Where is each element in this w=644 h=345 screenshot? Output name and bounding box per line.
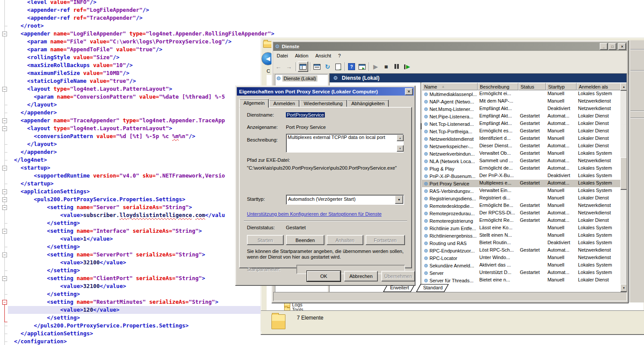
- service-gear-icon: ⚙: [424, 263, 428, 269]
- services-scrollbar[interactable]: ▲ ▼: [620, 83, 626, 292]
- service-row[interactable]: ⚙PnP-X-IP-Busenum...Der PnP-X-Bu...Deakt…: [422, 172, 620, 180]
- refresh-icon[interactable]: ↻: [323, 62, 332, 71]
- services-pane-header: ⚙ Dienste (Lokal): [330, 74, 626, 82]
- fold-toggle-icon[interactable]: −: [2, 197, 7, 202]
- service-row[interactable]: ⚙Net.Msmq-Listener...Empfängt Akt...Deak…: [422, 105, 620, 113]
- column-header-beschreibung[interactable]: Beschreibung: [478, 83, 518, 90]
- code-line: <rollingStyle value="Size"/>: [8, 53, 120, 61]
- splitter-handle[interactable]: [421, 123, 422, 129]
- service-row[interactable]: ⚙ServerUnterstützt D...GestartetAutomat.…: [422, 269, 620, 277]
- dialog-tab-anmelden[interactable]: Anmelden: [269, 100, 299, 107]
- services-titlebar[interactable]: ⚙ Dienste _ □ ✕: [273, 42, 627, 51]
- fold-toggle-icon[interactable]: −: [2, 126, 7, 131]
- column-header-starttyp[interactable]: Starttyp: [546, 83, 577, 90]
- service-gear-icon: ⚙: [424, 189, 428, 194]
- menu-item-datei[interactable]: Datei: [273, 52, 292, 59]
- service-gear-icon: ⚙: [424, 233, 428, 239]
- back-arrow-icon[interactable]: ←: [274, 62, 283, 71]
- service-row[interactable]: ⚙RAS-Verbindungsv...Verwaltet Ein...Manu…: [422, 187, 620, 195]
- service-row[interactable]: ⚙RemoteregistrierungErmöglicht Re...Gest…: [422, 217, 620, 224]
- service-row[interactable]: ⚙Sekundäre Anmeld...Aktiviert das ...Man…: [422, 262, 620, 269]
- column-header-status[interactable]: Status: [518, 83, 546, 90]
- dialog-close-button[interactable]: ✕: [405, 88, 413, 95]
- service-row[interactable]: ⚙Net.Tcp-Portfreiga...Ermöglicht es...Ge…: [422, 128, 620, 135]
- startoptions-help-link[interactable]: Unterstützung beim Konfigurieren der Sta…: [247, 211, 382, 217]
- taskpad-icon[interactable]: [357, 62, 367, 71]
- code-line: <param name="AppendToFile" value="true"/…: [8, 46, 162, 53]
- code-line: <level value="INFO"/>: [8, 0, 96, 6]
- fold-toggle-icon[interactable]: −: [2, 118, 7, 123]
- service-row[interactable]: ⚙Port Proxy ServiceMultiplexes e...Gesta…: [422, 180, 620, 187]
- anzeigename-value: Port Proxy Service: [286, 124, 326, 130]
- beschreibung-textbox[interactable]: Multiplexes external TCP/IP data on loca…: [286, 134, 404, 153]
- chevron-down-icon[interactable]: ▼: [395, 196, 403, 204]
- export-list-icon[interactable]: [333, 62, 343, 71]
- menu-item-ansicht[interactable]: Ansicht: [312, 52, 334, 59]
- scroll-up-icon[interactable]: ▲: [397, 135, 404, 141]
- column-header-anmeldenals[interactable]: Anmelden als: [577, 83, 621, 90]
- column-header-name[interactable]: Name▲: [422, 83, 478, 90]
- service-gear-icon: ⚙: [424, 129, 428, 135]
- service-row[interactable]: ⚙RPC-LocatorUnter Windo...ManuellNetzwer…: [422, 254, 620, 262]
- fold-toggle-icon[interactable]: −: [2, 166, 7, 171]
- code-line: <puls200.PortProxyService.Properties.Set…: [8, 196, 185, 203]
- menu-item-aktion[interactable]: Aktion: [292, 52, 312, 59]
- scrollbar-thumb[interactable]: [620, 157, 626, 190]
- service-row[interactable]: ⚙Remotedesktopdie...Ermöglicht Be...Gest…: [422, 202, 620, 210]
- fold-toggle-icon[interactable]: −: [2, 32, 7, 36]
- dienstname-value[interactable]: PortProxyService: [286, 112, 325, 117]
- help-icon[interactable]: ?: [347, 62, 356, 71]
- fold-end-tick: [4, 326, 7, 326]
- service-row[interactable]: ⚙Netzwerkverbindun...Verwaltet Ob...Gest…: [422, 150, 620, 157]
- dialog-tab-wiederherstellung[interactable]: Wiederherstellung: [299, 100, 347, 107]
- dialog-tab-allgemein[interactable]: Allgemein: [239, 99, 269, 108]
- service-row[interactable]: ⚙Routing und RASBietet Routin...Deaktivi…: [422, 239, 620, 247]
- minimize-button[interactable]: _: [600, 43, 608, 50]
- pause-service-icon[interactable]: [392, 62, 401, 71]
- service-row[interactable]: ⚙Netzwerkspeicher-...Dieser Dienst...Ges…: [422, 142, 620, 150]
- service-row[interactable]: ⚙RPC-Endpunktzuor...Löst RPC-Sch...Gesta…: [422, 247, 620, 254]
- dialog-tab-abhngigkeiten[interactable]: Abhängigkeiten: [347, 100, 389, 107]
- restart-service-icon[interactable]: ▶: [402, 62, 412, 71]
- forward-arrow-icon[interactable]: →: [284, 62, 294, 71]
- service-row[interactable]: ⚙NAP-Agent (Netwo...Mit dem NAP-...Manue…: [422, 98, 620, 105]
- starttyp-combobox[interactable]: Automatisch (Verzögerter Start) ▼: [286, 195, 404, 205]
- abbrechen-button[interactable]: Abbrechen: [344, 271, 378, 281]
- service-row[interactable]: ⚙Server für Threads...Bietet eine n...Ma…: [422, 277, 620, 284]
- service-row[interactable]: ⚙Richtlinienergebniss...Stellt einen N..…: [422, 232, 620, 239]
- fold-toggle-icon[interactable]: −: [2, 253, 7, 257]
- fold-toggle-icon[interactable]: −: [2, 300, 7, 305]
- fold-toggle-icon[interactable]: −: [2, 276, 7, 281]
- properties-icon[interactable]: [312, 62, 322, 71]
- dialog-titlebar[interactable]: Eigenschaften von Port Proxy Service (Lo…: [237, 87, 414, 96]
- scroll-down-icon[interactable]: ▼: [397, 145, 404, 152]
- service-row[interactable]: ⚙Remoteprozedurau...Der RPCSS-Di...Gesta…: [422, 210, 620, 217]
- start-service-icon[interactable]: ▶: [371, 62, 380, 71]
- service-row[interactable]: ⚙NLA (Network Loca...Sammelt und ...Gest…: [422, 157, 620, 165]
- service-row[interactable]: ⚙Registrierungsdiens...Registriert di...…: [422, 195, 620, 202]
- service-row[interactable]: ⚙Net.Tcp-Listenerad...Empfängt Akt...Ges…: [422, 120, 620, 128]
- service-row[interactable]: ⚙Plug & PlayErmöglicht de...GestartetAut…: [422, 165, 620, 172]
- close-button[interactable]: ✕: [618, 43, 626, 50]
- maximize-button[interactable]: □: [609, 43, 616, 50]
- show-tree-icon[interactable]: [298, 61, 308, 72]
- menu-item-[interactable]: ?: [334, 52, 344, 59]
- scroll-down-icon[interactable]: ▼: [620, 284, 626, 292]
- stop-service-icon[interactable]: ■: [381, 62, 391, 71]
- service-row[interactable]: ⚙NetzwerklistendienstIdentifiziert d...G…: [422, 135, 620, 142]
- fold-toggle-icon[interactable]: −: [2, 229, 7, 234]
- service-row[interactable]: ⚙Multimediaklassenpl...Ermöglicht ei...M…: [422, 90, 620, 98]
- beschreibung-scrollbar[interactable]: ▲ ▼: [397, 135, 403, 152]
- code-line: </layout>: [8, 101, 57, 109]
- tree-item-dienste-lokal[interactable]: ⚙ Dienste (Lokal): [276, 75, 317, 82]
- service-row[interactable]: ⚙Net.Pipe-Listenera...Empfängt Akt...Ges…: [422, 113, 620, 120]
- fold-toggle-icon[interactable]: −: [2, 205, 7, 210]
- scroll-up-icon[interactable]: ▲: [620, 83, 626, 91]
- fold-toggle-icon[interactable]: −: [2, 189, 7, 194]
- beenden-button[interactable]: Beenden: [286, 235, 324, 245]
- ok-button[interactable]: OK: [307, 271, 341, 281]
- fold-toggle-icon[interactable]: −: [2, 87, 7, 92]
- service-gear-icon: ⚙: [424, 107, 428, 112]
- service-row[interactable]: ⚙Richtlinie zum Entfe...Lässt eine Ko...…: [422, 224, 620, 232]
- view-tab-standard[interactable]: Standard: [416, 284, 449, 292]
